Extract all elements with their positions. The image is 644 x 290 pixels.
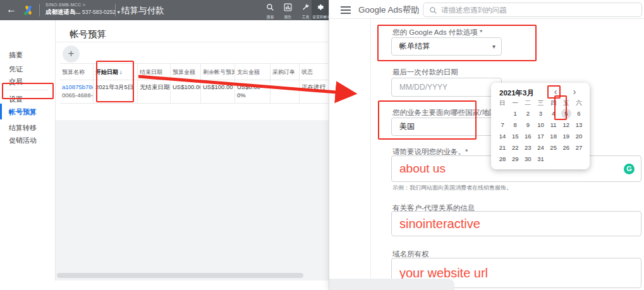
calendar-day-26[interactable]: 26: [560, 142, 573, 154]
calendar-day-20[interactable]: 20: [573, 131, 585, 142]
calendar-day-13[interactable]: 13: [573, 119, 585, 131]
column-header-3[interactable]: 结束日期: [138, 64, 171, 80]
calendar-day-9[interactable]: 9: [521, 119, 534, 131]
panel-divider: [370, 19, 371, 290]
sidebar-item-summary[interactable]: 摘要: [9, 49, 23, 61]
column-header-8[interactable]: 状态: [300, 64, 329, 80]
add-budget-button[interactable]: +: [63, 45, 80, 63]
horizontal-scrollbar[interactable]: [57, 273, 303, 278]
calendar-day-24[interactable]: 24: [534, 142, 547, 154]
calendar-day-31[interactable]: 31: [534, 154, 547, 165]
weekday-header: 日: [496, 97, 509, 109]
calendar-weekday-row: 日一二三四五六: [496, 97, 585, 109]
account-id: 537-583-0252: [82, 9, 116, 15]
calendar-day-8[interactable]: 8: [509, 119, 521, 131]
cell-purchase-order: [270, 80, 300, 104]
column-header-2[interactable]: 开始日期↓: [94, 64, 138, 80]
calendar-day-5[interactable]: 5: [560, 108, 573, 119]
settings-button[interactable]: 设置和帐单: [312, 0, 329, 20]
calendar-day-2[interactable]: 2: [521, 108, 534, 119]
calendar-day-11[interactable]: 11: [547, 119, 560, 131]
cell-start-date: 2021年3月5日: [94, 80, 138, 104]
calendar-day-29[interactable]: 29: [509, 154, 521, 165]
calendar-day-28[interactable]: 28: [496, 154, 509, 165]
calendar-day-19[interactable]: 19: [560, 131, 573, 142]
calendar-day-12[interactable]: 12: [560, 119, 573, 131]
back-arrow-icon[interactable]: ←: [6, 3, 16, 16]
table-header-row: 预算名称开始日期↓结束日期预算金额剩余帐号预算支出金额采购订单状态: [60, 64, 329, 80]
reports-button[interactable]: 报告: [279, 0, 296, 20]
weekday-header: 五: [560, 97, 573, 109]
calendar-day-14[interactable]: 14: [496, 131, 509, 142]
calendar-day-empty: [496, 108, 509, 119]
sidebar-item-promotions[interactable]: 促销活动: [9, 134, 37, 147]
grammarly-icon[interactable]: G: [624, 164, 635, 174]
search-icon: [429, 6, 437, 15]
column-label: 开始日期: [95, 69, 118, 75]
budget-name-link[interactable]: a10875b78ea5b: [62, 83, 91, 91]
calendar-day-grid: 1234567891011121314151617181920212223242…: [496, 108, 585, 165]
search-button[interactable]: 搜索: [262, 0, 279, 20]
last-payment-date-input[interactable]: [391, 78, 502, 97]
table-row[interactable]: a10875b78ea5b 0065-4688-0934 2021年3月5日 无…: [60, 80, 329, 104]
calendar-day-16[interactable]: 16: [521, 131, 534, 142]
sidebar-item-account-budgets[interactable]: 帐号预算: [9, 106, 37, 118]
cell-spent: US$0.00 0%: [235, 80, 270, 104]
google-ads-logo-icon: [23, 4, 34, 16]
calendar-day-21[interactable]: 21: [496, 142, 509, 154]
search-label: 搜索: [262, 15, 277, 20]
budget-id: 0065-4688-0934: [62, 91, 91, 99]
column-header-4[interactable]: 预算金额: [171, 64, 201, 80]
calendar-day-3[interactable]: 3: [534, 108, 547, 119]
account-caret-icon[interactable]: ▾: [117, 9, 119, 15]
weekday-header: 六: [573, 97, 585, 109]
weekday-header: 二: [521, 97, 534, 109]
google-ads-help-panel: Google Ads帮助 您的 Google Ads 付款选项 * 帐单结算 ▾…: [329, 0, 644, 290]
last-payment-date-label: 最后一次付款的日期: [392, 68, 458, 77]
cell-end-date: 无结束日期: [138, 80, 171, 104]
target-country-select[interactable]: 美国: [391, 118, 502, 136]
screen: ← SINO-SMB-MCC > 成都迷诺岛... 537-583-0252 ▾…: [0, 0, 644, 290]
column-label: 预算名称: [62, 69, 85, 75]
column-label: 结束日期: [140, 69, 162, 75]
calendar-prev-button[interactable]: ‹: [549, 86, 562, 99]
cell-status: 正在进行: [300, 80, 329, 104]
help-search-input[interactable]: [441, 4, 637, 16]
reports-label: 报告: [280, 15, 295, 20]
calendar-day-25[interactable]: 25: [547, 142, 560, 154]
reports-icon: [284, 3, 292, 11]
menu-icon[interactable]: [341, 6, 351, 16]
calendar-day-4[interactable]: 4: [547, 108, 560, 119]
sidebar-item-settings[interactable]: 设置: [9, 93, 23, 106]
sidebar-divider: [6, 90, 48, 90]
calendar-day-empty: [547, 154, 560, 165]
calendar-day-15[interactable]: 15: [509, 131, 521, 142]
payment-option-select[interactable]: 帐单结算 ▾: [391, 37, 502, 56]
budget-table: 预算名称开始日期↓结束日期预算金额剩余帐号预算支出金额采购订单状态 a10875…: [60, 63, 329, 104]
sidebar-item-transactions[interactable]: 交易: [9, 75, 23, 88]
calendar-day-30[interactable]: 30: [521, 154, 534, 165]
calendar-day-6[interactable]: 6: [573, 108, 585, 119]
calendar-day-17[interactable]: 17: [534, 131, 547, 142]
help-search-box[interactable]: [423, 3, 642, 17]
column-header-7[interactable]: 采购订单: [270, 64, 300, 80]
agency-relationship-input[interactable]: [391, 211, 641, 236]
calendar-day-22[interactable]: 22: [509, 142, 521, 154]
calendar-day-23[interactable]: 23: [521, 142, 534, 154]
column-header-6[interactable]: 支出金额: [235, 64, 270, 80]
sort-desc-icon[interactable]: ↓: [119, 69, 123, 75]
calendar-day-18[interactable]: 18: [547, 131, 560, 142]
sidebar-item-billing-transfers[interactable]: 结算转移: [9, 121, 37, 134]
breadcrumb: SINO-SMB-MCC >: [46, 3, 111, 7]
calendar-day-27[interactable]: 27: [573, 142, 585, 154]
calendar-day-1[interactable]: 1: [509, 108, 521, 119]
column-header-5[interactable]: 剩余帐号预算: [201, 64, 235, 80]
account-selector[interactable]: SINO-SMB-MCC > 成都迷诺岛... 537-583-0252 ▾: [46, 3, 111, 16]
column-header-1[interactable]: 预算名称: [60, 64, 94, 80]
target-country-value: 美国: [399, 122, 415, 131]
calendar-next-button[interactable]: ›: [568, 86, 581, 99]
calendar-day-10[interactable]: 10: [534, 119, 547, 131]
account-name: 成都迷诺岛...: [46, 8, 80, 15]
calendar-day-7[interactable]: 7: [496, 119, 509, 131]
sidebar-item-documents[interactable]: 凭证: [9, 63, 23, 75]
